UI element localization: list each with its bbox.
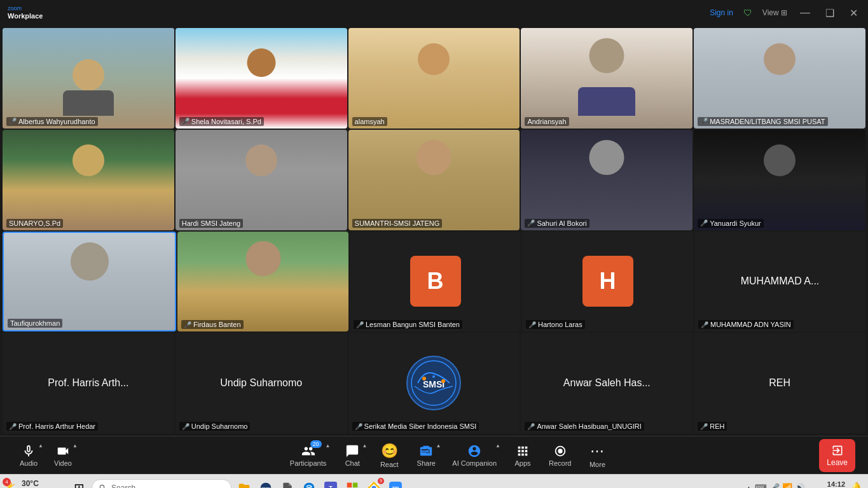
participant-name-taufiq: Taufiqurokhman (8, 319, 62, 328)
start-button[interactable]: ⊞ (70, 479, 88, 489)
record-label: Record (549, 459, 571, 467)
record-icon (553, 444, 567, 458)
mic-muted-icon-undip: 🎤 (182, 423, 189, 430)
search-bar[interactable]: Search (92, 479, 231, 489)
close-button[interactable]: ✕ (847, 7, 860, 19)
taskbar-icon-store[interactable] (343, 479, 361, 489)
taskbar-icon-zoom[interactable]: zm (387, 479, 404, 489)
participant-name-muhammad: 🎤 MUHAMMAD ADN YASIN (698, 320, 794, 329)
record-button[interactable]: Record (544, 442, 576, 470)
taskbar-app-icons: SMSI T 9 zm (235, 479, 404, 489)
video-cell-muhammad: MUHAMMAD A... 🎤 MUHAMMAD ADN YASIN (694, 232, 865, 332)
video-cell-shela: 🎤 Shela Novitasari, S.Pd (176, 28, 347, 129)
video-cell-taufiq: Taufiqurokhman (3, 232, 176, 332)
taskbar-icon-explorer[interactable] (235, 479, 253, 489)
clock-widget[interactable]: 14:12 21/02/2025 (810, 480, 845, 489)
weather-temp: 30°C (22, 479, 66, 488)
display-name-undip: Undip Suharnomo (220, 377, 302, 389)
participant-name-reh: 🎤 REH (698, 422, 727, 431)
video-cell-andriansyah: Andriansyah (521, 28, 692, 129)
display-name-harris: Prof. Harris Arth... (48, 377, 128, 389)
video-cell-hartono: H 🎤 Hartono Laras (522, 232, 693, 332)
participant-name-hardi: Hardi SMSI Jateng (179, 219, 243, 228)
taskbar-icon-teams[interactable]: T (322, 479, 340, 489)
svg-point-7 (558, 449, 562, 453)
tray-expand-icon[interactable]: ▲ (745, 484, 752, 489)
video-cell-anwar: Anwar Saleh Has... 🎤 Anwar Saleh Hasibua… (521, 333, 692, 433)
minimize-button[interactable]: — (797, 7, 813, 18)
mic-muted-icon-yanuardi: 🎤 (700, 220, 708, 227)
keyboard-icon: ⌨ (755, 483, 767, 488)
video-cell-firdaus: 🎤 Firdaus Banten (177, 232, 348, 332)
participants-badge: 20 (310, 440, 322, 448)
video-icon (56, 444, 70, 458)
ai-caret: ▲ (495, 443, 500, 449)
video-cell-smsi: SMSI 🎤 Serikat Media Siber Indonesia SMS… (348, 333, 520, 433)
mic-muted-icon-anwar: 🎤 (527, 423, 535, 430)
chrome-badge: 9 (378, 478, 384, 484)
shield-icon: 🛡 (743, 8, 752, 18)
mic-muted-icon-harris: 🎤 (9, 423, 17, 430)
mic-muted-icon-shela: 🎤 (182, 118, 189, 125)
participant-name-firdaus: 🎤 Firdaus Banten (181, 320, 244, 329)
sys-tray-icons: ▲ ⌨ 🎤 📶 🔊 (745, 483, 805, 488)
chat-caret: ▲ (362, 443, 367, 449)
mic-muted-icon-masraden: 🎤 (700, 118, 708, 125)
participants-caret: ▲ (325, 443, 330, 449)
taskbar-icon-edge-file[interactable] (279, 479, 296, 489)
mic-muted-icon-lesman: 🎤 (356, 321, 364, 328)
weather-widget[interactable]: ⛅ 4 30°C Sebagian cerah (5, 479, 66, 488)
apps-button[interactable]: Apps (507, 442, 539, 470)
video-cell-sunaryo: SUNARYO,S.Pd (3, 130, 174, 230)
participant-name-undip: 🎤 Undip Suharnomo (179, 422, 251, 431)
weather-icon-container: ⛅ 4 (5, 480, 19, 488)
participant-name-hartono: 🎤 Hartono Laras (526, 320, 585, 329)
audio-label: Audio (20, 459, 38, 467)
svg-text:SMSI: SMSI (423, 379, 444, 389)
svg-rect-14 (353, 482, 358, 487)
volume-icon: 🔊 (795, 483, 805, 488)
share-button[interactable]: ▲ Share (410, 442, 442, 470)
taskbar-icon-smsi[interactable]: SMSI (257, 479, 275, 489)
svg-point-3 (422, 377, 426, 380)
video-cell-alamsyah: alamsyah (348, 28, 520, 129)
participants-button[interactable]: 20 ▲ Participants (285, 442, 331, 470)
notifications-icon[interactable]: 🔔 (850, 482, 863, 488)
toolbar-center-group: 20 ▲ Participants ▲ Chat 😊 React ▲ Share (285, 440, 614, 471)
video-caret: ▲ (72, 443, 78, 449)
svg-text:T: T (329, 485, 333, 488)
mic-muted-icon-firdaus: 🎤 (184, 321, 191, 328)
windows-taskbar: ⛅ 4 30°C Sebagian cerah ⊞ Search SMSI T (0, 474, 868, 488)
participants-label: Participants (290, 459, 326, 467)
audio-button[interactable]: ▲ Audio (13, 442, 45, 470)
titlebar-left: zoom Workplace (8, 6, 43, 20)
avatar-hartono: H (582, 256, 633, 307)
react-button[interactable]: 😊 React (373, 440, 405, 471)
maximize-button[interactable]: ❑ (823, 7, 837, 19)
share-caret: ▲ (436, 443, 441, 449)
titlebar-right: Sign in 🛡 View ⊞ — ❑ ✕ (710, 7, 860, 19)
avatar-lesman: B (410, 256, 461, 307)
participant-name-andriansyah: Andriansyah (525, 117, 568, 126)
react-label: React (380, 461, 399, 468)
participant-name-anwar: 🎤 Anwar Saleh Hasibuan_UNUGIRI (525, 422, 644, 431)
view-button[interactable]: View ⊞ (762, 8, 787, 17)
taskbar-icon-microsoftedge[interactable] (300, 479, 318, 489)
chat-button[interactable]: ▲ Chat (336, 442, 368, 470)
leave-button[interactable]: Leave (819, 439, 855, 472)
video-button[interactable]: ▲ Video (47, 442, 79, 470)
participant-name-sunaryo: SUNARYO,S.Pd (6, 219, 63, 228)
participant-name-sumantri: SUMANTRI-SMSI JATENG (352, 219, 443, 228)
apps-icon (516, 444, 530, 458)
audio-icon (22, 444, 36, 458)
more-button[interactable]: ⋯ More (581, 440, 613, 471)
display-name-reh: REH (769, 377, 790, 389)
share-icon (419, 444, 433, 458)
participant-name-masraden: 🎤 MASRADEN/LITBANG SMSI PUSAT (698, 117, 827, 126)
video-row-2: SUNARYO,S.Pd Hardi SMSI Jateng SUMANTRI-… (3, 130, 865, 230)
mic-muted-icon-hartono: 🎤 (528, 321, 536, 328)
taskbar-icon-chrome[interactable]: 9 (365, 479, 383, 489)
ai-companion-button[interactable]: ▲ AI Companion (447, 442, 502, 470)
sign-in-link[interactable]: Sign in (710, 8, 733, 17)
video-cell-sumantri: SUMANTRI-SMSI JATENG (348, 130, 520, 230)
